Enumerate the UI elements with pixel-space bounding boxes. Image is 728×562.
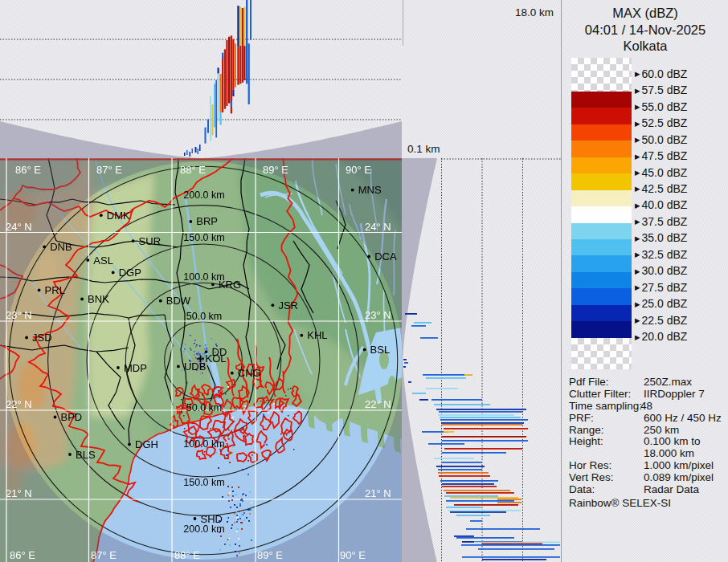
svg-text:87° E: 87° E [91, 549, 117, 561]
svg-text:50.0 km: 50.0 km [186, 402, 222, 413]
svg-text:90° E: 90° E [340, 549, 366, 561]
svg-text:PRL: PRL [45, 284, 65, 296]
svg-text:DGP: DGP [119, 267, 141, 279]
svg-text:100.0 km: 100.0 km [183, 438, 224, 450]
svg-text:UDB: UDB [184, 360, 206, 373]
svg-text:JSR: JSR [278, 299, 298, 312]
svg-text:150.0 km: 150.0 km [183, 477, 224, 488]
svg-text:DGH: DGH [135, 438, 158, 450]
svg-text:KOL: KOL [206, 352, 227, 364]
svg-text:BRP: BRP [196, 215, 218, 227]
svg-text:90° E: 90° E [346, 164, 371, 176]
svg-text:50.0 km: 50.0 km [186, 311, 222, 322]
svg-text:21° N: 21° N [6, 487, 32, 499]
svg-text:MDP: MDP [124, 362, 147, 374]
svg-text:JSD: JSD [32, 332, 52, 344]
svg-text:DCA: DCA [374, 250, 397, 263]
svg-text:ASL: ASL [93, 255, 113, 267]
svg-text:BPD: BPD [61, 411, 83, 423]
svg-text:89° E: 89° E [257, 549, 283, 561]
svg-text:24° N: 24° N [6, 221, 32, 233]
svg-text:89° E: 89° E [263, 164, 288, 176]
svg-text:22° N: 22° N [365, 398, 391, 410]
svg-text:86° E: 86° E [10, 549, 35, 561]
svg-text:86° E: 86° E [15, 164, 41, 176]
svg-text:24° N: 24° N [365, 221, 391, 233]
svg-text:200.0 km: 200.0 km [183, 189, 224, 201]
svg-text:DMK: DMK [107, 210, 130, 222]
svg-text:88° E: 88° E [174, 549, 200, 561]
svg-text:BLS: BLS [76, 449, 96, 461]
svg-text:87° E: 87° E [96, 164, 122, 176]
svg-text:BSL: BSL [370, 344, 391, 356]
svg-text:KHL: KHL [307, 329, 327, 341]
svg-text:SUR: SUR [139, 235, 161, 247]
svg-text:MNS: MNS [358, 184, 382, 196]
svg-text:DNB: DNB [50, 241, 72, 253]
svg-text:150.0 km: 150.0 km [183, 232, 224, 243]
svg-text:23° N: 23° N [6, 309, 32, 321]
svg-text:KRG: KRG [219, 279, 241, 291]
svg-text:23° N: 23° N [365, 309, 391, 321]
svg-text:200.0 km: 200.0 km [183, 523, 224, 535]
svg-text:88° E: 88° E [180, 164, 206, 176]
svg-text:21° N: 21° N [365, 487, 391, 499]
svg-text:SHD: SHD [201, 513, 223, 525]
svg-text:BDW: BDW [166, 295, 191, 307]
svg-text:BNK: BNK [88, 293, 109, 305]
svg-text:CNG: CNG [238, 367, 261, 379]
svg-text:22° N: 22° N [6, 398, 32, 410]
